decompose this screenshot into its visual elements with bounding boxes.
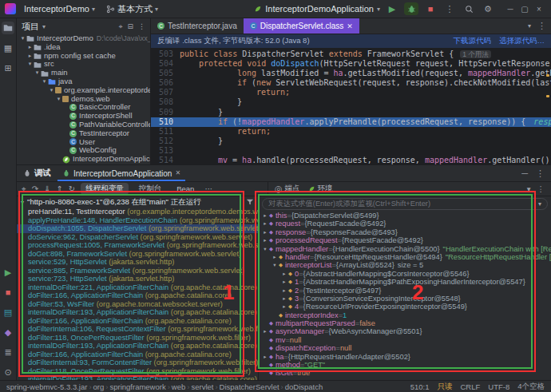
more-options-icon[interactable]: ⋮	[537, 184, 545, 193]
usages-inlay-hint[interactable]: 1 个用法	[460, 50, 491, 58]
locate-file-button[interactable]: ⌖	[118, 22, 122, 31]
tree-item[interactable]: InterceptorDemoApplication	[17, 155, 150, 164]
variable-row[interactable]: ▾◆interceptorList = {ArrayList@5524} siz…	[259, 261, 551, 269]
code-line[interactable]: 506if (new ServletWebRequest(request, re…	[151, 78, 551, 88]
project-widget[interactable]: InterceptorDemo ▾	[21, 3, 98, 14]
maximize-button[interactable]: ▢	[517, 5, 532, 14]
stack-frame[interactable]: service:529, HttpServlet (jakarta.servle…	[17, 258, 258, 267]
project-tool-button[interactable]	[2, 22, 14, 34]
close-session-icon[interactable]: ✕	[175, 170, 180, 176]
breadcrumb-item[interactable]: org	[93, 382, 105, 391]
variable-row[interactable]: ▸◆processedRequest = {RequestFacade@5492…	[259, 236, 551, 244]
variable-row[interactable]: ▸◆handler = {ResourceHttpRequestHandler@…	[259, 253, 551, 261]
variable-row[interactable]: ▸◆asyncManager = {WebAsyncManager@5501}	[259, 327, 551, 335]
variable-chevron-icon[interactable]: ▸	[262, 236, 268, 244]
variable-chevron-icon[interactable]: ▸	[262, 220, 268, 228]
tab-console[interactable]: 控制台	[134, 183, 167, 195]
stack-frame[interactable]: preHandle:11, TestInterceptor (org.examp…	[17, 208, 258, 216]
hidden-tabs-icon[interactable]: ▾	[528, 22, 531, 30]
breadcrumb-item[interactable]: springframework	[109, 382, 165, 391]
variable-row[interactable]: ◆isGet = true	[259, 369, 551, 377]
variable-chevron-icon[interactable]: ▾	[262, 245, 268, 253]
stack-frame[interactable]: doFilterInternal:106, RequestContextFilt…	[17, 325, 258, 334]
tree-item[interactable]: ▾main	[17, 69, 150, 77]
code-line[interactable]: 511return;	[151, 127, 551, 137]
variable-chevron-icon[interactable]: ▸	[281, 278, 287, 286]
hide-panel-button[interactable]: ─	[521, 168, 528, 179]
search-everywhere-button[interactable]	[462, 2, 476, 15]
tree-chevron-icon[interactable]: ▾	[48, 86, 55, 95]
step-over-button[interactable]: ↷	[32, 185, 38, 193]
run-button[interactable]: ▶	[385, 2, 399, 15]
code-line[interactable]: 514mv = ha.handle(processedRequest, resp…	[151, 156, 551, 164]
structure-tool-button[interactable]: ⊞	[2, 61, 14, 74]
variable-row[interactable]: ▸◆this = {DispatcherServlet@5499}	[259, 212, 551, 220]
variable-row[interactable]: ▸◆ha = {HttpRequestHandlerAdapter@5502}	[259, 353, 551, 361]
panel-options-button[interactable]: ⋮	[138, 22, 145, 31]
more-tools-button[interactable]: ⊙	[2, 366, 14, 378]
tree-chevron-icon[interactable]: ▾	[26, 60, 34, 69]
stack-frame[interactable]: internalDoFilter:193, ApplicationFilterC…	[17, 308, 258, 317]
tree-item[interactable]: ▸.idea	[17, 43, 150, 52]
variable-row[interactable]: ▾◆mappedHandler = {HandlerExecutionChain…	[259, 245, 551, 253]
variable-chevron-icon[interactable]: ▸	[281, 287, 287, 295]
run-config-selector[interactable]: InterceptorDemoApplication ▾	[254, 4, 380, 14]
code-line[interactable]: 508}	[151, 97, 551, 107]
variable-row[interactable]: ▸◆response = {ResponseFacade@5493}	[259, 228, 551, 236]
stack-frame[interactable]: service:723, HttpServlet (jakarta.servle…	[17, 275, 258, 283]
breadcrumb-item[interactable]: DispatcherServlet	[220, 382, 279, 391]
stack-frame[interactable]: doFilterInternal:93, FormContentFilter (…	[17, 358, 258, 367]
tree-item[interactable]: ▾InterceptorDemoD:\code\Java\xx_study\Me…	[17, 34, 150, 43]
line-separator-widget[interactable]: CRLF	[460, 382, 480, 391]
stack-frame[interactable]: service:885, FrameworkServlet (org.sprin…	[17, 267, 258, 275]
debug-button[interactable]	[404, 2, 418, 15]
variable-chevron-icon[interactable]: ▸	[281, 270, 287, 278]
panel-options-button[interactable]: ⋮	[536, 168, 545, 179]
stack-frame[interactable]: doFilter:166, ApplicationFilterChain (or…	[17, 291, 258, 300]
code-line[interactable]: 513	[151, 146, 551, 156]
variable-chevron-icon[interactable]: ▾	[272, 261, 278, 269]
tree-item[interactable]: ▾org.example.interceptordemo	[17, 86, 150, 95]
stack-frame[interactable]: doGet:898, FrameworkServlet (org.springf…	[17, 250, 258, 259]
filter-icon[interactable]	[246, 198, 254, 206]
editor-options-icon[interactable]: ⋮	[537, 21, 546, 31]
variable-chevron-icon[interactable]: ▸	[281, 295, 287, 303]
indent-widget[interactable]: 4个空格	[517, 382, 545, 392]
show-execution-point-button[interactable]: ⌖	[22, 185, 26, 193]
breadcrumb-item[interactable]: doDispatch	[285, 382, 323, 391]
tree-chevron-icon[interactable]: ▾	[55, 95, 62, 104]
stack-frame[interactable]: processRequest:1005, FrameworkServlet (o…	[17, 241, 258, 250]
tree-chevron-icon[interactable]: ▾	[41, 77, 48, 86]
stack-frame[interactable]: doFilter:118, OncePerRequestFilter (org.…	[17, 334, 258, 343]
thread-selector[interactable]: ▾ "http-nio-8080-exec-1"@6,238 在组"main" …	[17, 196, 258, 208]
variable-row[interactable]: ◆mv = null	[259, 336, 551, 344]
minimize-button[interactable]: ─	[503, 5, 517, 14]
close-button[interactable]: ×	[532, 5, 546, 14]
close-tab-icon[interactable]: ✕	[347, 22, 353, 30]
variable-row[interactable]: ▸◆0 = {AbstractHandlerMapping$CorsInterc…	[259, 270, 551, 278]
step-into-button[interactable]: ⇓	[44, 185, 50, 193]
stack-frame[interactable]: internalDoFilter:193, ApplicationFilterC…	[17, 375, 258, 380]
stack-frame[interactable]: internalDoFilter:193, ApplicationFilterC…	[17, 342, 258, 350]
caret-position[interactable]: 510:1	[410, 382, 430, 391]
variable-chevron-icon[interactable]: ▸	[272, 253, 278, 261]
code-editor[interactable]: 503public class DispatcherServlet extend…	[151, 49, 551, 164]
stack-frame[interactable]: doService:962, DispatcherServlet (org.sp…	[17, 233, 258, 242]
variable-row[interactable]: ◆multipartRequestParsed = false	[259, 319, 551, 327]
tab-testinterceptor[interactable]: C TestInterceptor.java	[151, 18, 244, 34]
code-line[interactable]: 504protected void doDispatch(HttpServlet…	[151, 59, 551, 69]
evaluate-expression-input[interactable]: 对表达式求值(Enter)或添加监视(Ctrl+Shift+Enter) ▾	[262, 198, 548, 210]
variable-chevron-icon[interactable]: ▸	[262, 353, 268, 361]
tree-chevron-icon[interactable]: ▸	[26, 52, 34, 61]
variable-row[interactable]: ◆dispatchException = null	[259, 344, 551, 352]
tree-item[interactable]: ▾src	[17, 60, 150, 69]
stack-frame[interactable]: doFilter:53, WsFilter (org.apache.tomcat…	[17, 300, 258, 309]
terminal-tool-button[interactable]: ▤	[2, 306, 14, 319]
step-out-button[interactable]: ⇑	[56, 185, 62, 193]
tab-bean[interactable]: Bean	[172, 184, 199, 194]
variable-row[interactable]: ▸◆1 = {AbstractHandlerMapping$PathExposi…	[259, 278, 551, 286]
choose-sources-link[interactable]: 选择源代码…	[499, 36, 545, 46]
variable-row[interactable]: ▸◆4 = {ResourceUrlProviderExposingInterc…	[259, 303, 551, 311]
notifications-tool-button[interactable]: ≣	[2, 346, 14, 358]
variable-row[interactable]: ▸◆2 = {TestInterceptor@5497}	[259, 287, 551, 295]
